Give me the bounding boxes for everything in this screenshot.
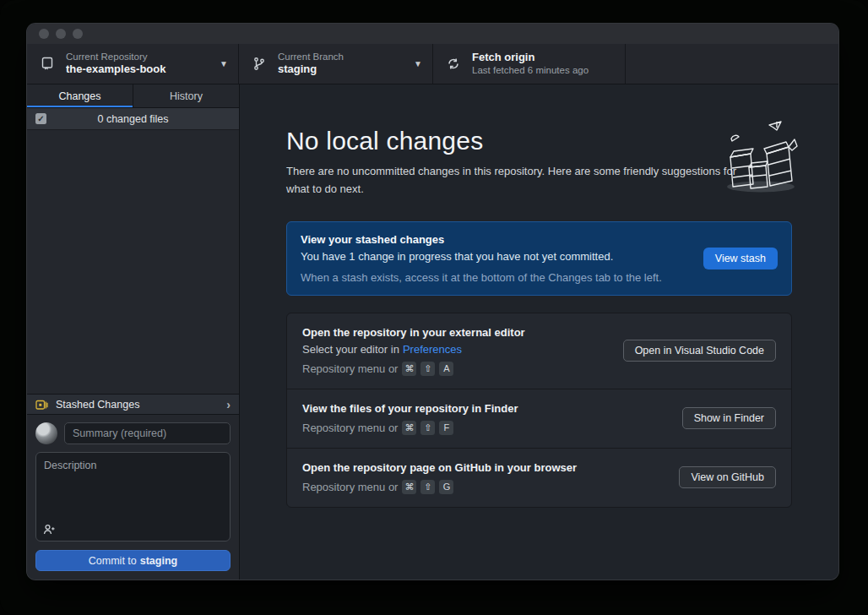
sidebar-tabs: Changes History [27,84,239,108]
repository-name: the-examples-book [66,63,214,77]
suggestion-view-github: Open the repository page on GitHub in yo… [287,448,791,507]
letter-key: F [439,421,453,435]
view-on-github-button[interactable]: View on GitHub [679,466,776,488]
branch-name: staging [278,63,409,77]
commit-description-box [35,452,231,542]
desktop-background: Current Repository the-examples-book ▼ C… [0,0,868,615]
commit-button-prefix: Commit to [89,555,137,567]
fetch-label: Fetch origin [472,51,615,65]
shift-key-icon: ⇧ [420,421,435,435]
cmd-key-icon: ⌘ [402,421,416,435]
preferences-link[interactable]: Preferences [403,343,462,356]
toolbar-spacer [626,44,838,84]
window-titlebar [27,24,838,44]
chevron-down-icon: ▼ [414,59,422,68]
current-branch-dropdown[interactable]: Current Branch staging ▼ [239,44,433,84]
suggestion-title: View the files of your repository in Fin… [302,402,667,415]
cmd-key-icon: ⌘ [402,362,416,376]
stash-banner-body: You have 1 change in progress that you h… [301,250,688,263]
chevron-right-icon: › [226,399,231,411]
maximize-window-button[interactable] [73,29,83,39]
empty-state-illustration-icon [719,120,800,198]
letter-key: G [439,480,453,494]
show-in-finder-button[interactable]: Show in Finder [682,407,776,429]
app-toolbar: Current Repository the-examples-book ▼ C… [27,44,838,84]
sync-icon [447,57,462,71]
cmd-key-icon: ⌘ [402,480,416,494]
stashed-changes-row[interactable]: Stashed Changes › [27,394,239,415]
page-title: No local changes [286,127,792,155]
github-desktop-window: Current Repository the-examples-book ▼ C… [27,24,838,580]
editor-line-text: Select your editor in [302,343,399,356]
suggestion-open-editor: Open the repository in your external edi… [287,313,791,389]
suggestion-title: Open the repository page on GitHub in yo… [302,461,664,474]
repo-icon [41,57,56,71]
close-window-button[interactable] [39,29,49,39]
commit-button[interactable]: Commit to staging [35,550,231,571]
minimize-window-button[interactable] [56,29,66,39]
stash-icon [35,399,48,411]
stashed-changes-label: Stashed Changes [56,399,226,411]
stash-banner: View your stashed changes You have 1 cha… [286,221,792,296]
chevron-down-icon: ▼ [220,59,228,68]
view-stash-button[interactable]: View stash [703,248,778,269]
changed-files-count: 0 changed files [46,113,220,125]
shift-key-icon: ⇧ [420,362,435,376]
shortcut-text: Repository menu or [302,362,398,375]
commit-form: Commit to staging [27,415,239,580]
commit-summary-input[interactable] [64,422,231,444]
current-repository-dropdown[interactable]: Current Repository the-examples-book ▼ [27,44,239,84]
branch-label: Current Branch [278,51,409,63]
stash-banner-title: View your stashed changes [301,233,688,246]
changes-file-list [27,130,239,394]
add-coauthor-icon[interactable] [43,524,56,535]
main-content: No local changes There are no uncommitte… [240,84,838,580]
select-all-checkbox[interactable]: ✓ [35,113,46,124]
fetch-origin-button[interactable]: Fetch origin Last fetched 6 minutes ago [433,44,626,84]
tab-history[interactable]: History [133,84,239,107]
user-avatar [35,422,57,444]
tab-changes[interactable]: Changes [27,84,133,107]
sidebar: Changes History ✓ 0 changed files [27,84,240,580]
repository-label: Current Repository [66,51,214,63]
open-in-editor-button[interactable]: Open in Visual Studio Code [623,340,776,362]
stash-banner-hint: When a stash exists, access it at the bo… [301,271,688,284]
suggestions-list: Open the repository in your external edi… [286,313,792,508]
git-branch-icon [252,57,268,71]
letter-key: A [439,362,453,376]
commit-description-input[interactable] [36,453,230,541]
changed-files-row: ✓ 0 changed files [27,108,239,130]
suggestion-show-finder: View the files of your repository in Fin… [287,389,791,448]
shift-key-icon: ⇧ [420,480,435,494]
page-subtitle: There are no uncommitted changes in this… [286,163,749,199]
shortcut-text: Repository menu or [302,481,398,493]
fetch-status: Last fetched 6 minutes ago [472,64,615,77]
suggestion-title: Open the repository in your external edi… [302,326,608,339]
shortcut-text: Repository menu or [302,422,398,434]
commit-button-branch: staging [140,555,177,567]
